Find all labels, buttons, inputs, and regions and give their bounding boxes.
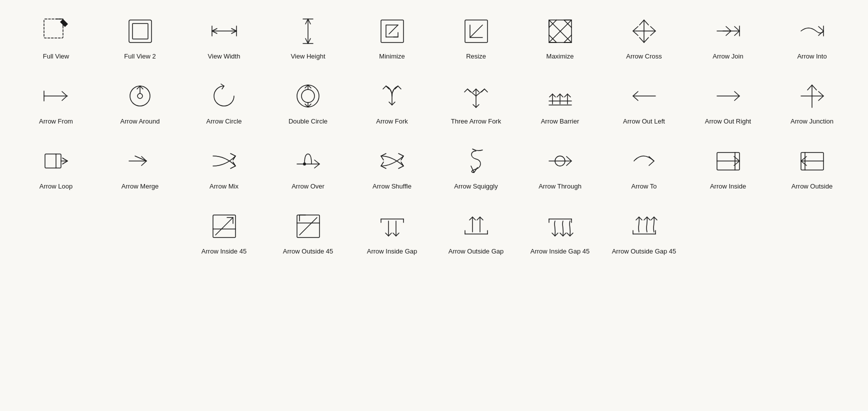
double-circle-icon <box>292 80 324 112</box>
svg-line-61 <box>300 218 317 235</box>
icon-cell-arrow-out-left[interactable]: Arrow Out Left <box>602 75 686 140</box>
svg-rect-42 <box>45 154 61 168</box>
double-circle-label: Double Circle <box>288 118 328 126</box>
arrow-into-icon <box>796 15 828 48</box>
arrow-merge-label: Arrow Merge <box>122 182 158 191</box>
arrow-outside-gap-45-label: Arrow Outside Gap 45 <box>612 248 676 256</box>
minimize-label: Minimize <box>379 52 404 61</box>
arrow-circle-icon <box>208 80 240 112</box>
arrow-from-label: Arrow From <box>39 118 73 126</box>
icon-cell-arrow-out-right[interactable]: Arrow Out Right <box>686 75 770 140</box>
full-view-2-label: Full View 2 <box>124 52 156 61</box>
icon-cell-resize[interactable]: Resize <box>434 10 518 75</box>
full-view-2-icon <box>124 15 156 48</box>
arrow-inside-icon <box>712 145 744 178</box>
icon-cell-arrow-circle[interactable]: Arrow Circle <box>182 75 266 140</box>
resize-icon <box>460 15 492 48</box>
icon-cell-arrow-mix[interactable]: Arrow Mix <box>182 140 266 205</box>
arrow-inside-gap-45-label: Arrow Inside Gap 45 <box>530 248 590 256</box>
arrow-from-icon <box>40 80 72 112</box>
arrow-junction-icon <box>796 80 828 112</box>
arrow-inside-gap-icon <box>376 210 408 242</box>
icon-cell-maximize[interactable]: Maximize <box>518 10 602 75</box>
icon-cell-arrow-outside[interactable]: Arrow Outside <box>770 140 854 205</box>
svg-point-25 <box>138 94 142 98</box>
svg-point-48 <box>303 162 306 166</box>
arrow-mix-label: Arrow Mix <box>210 182 238 191</box>
arrow-inside-gap-45-icon <box>544 210 576 242</box>
icon-cell-full-view-2[interactable]: Full View 2 <box>98 10 182 75</box>
arrow-shuffle-label: Arrow Shuffle <box>372 182 412 191</box>
arrow-outside-gap-45-icon <box>628 210 660 242</box>
arrow-out-left-label: Arrow Out Left <box>623 118 665 126</box>
icon-cell-arrow-squiggly[interactable]: Arrow Squiggly <box>434 140 518 205</box>
icon-cell-arrow-inside-gap-45[interactable]: Arrow Inside Gap 45 <box>518 205 602 270</box>
arrow-inside-label: Arrow Inside <box>710 182 746 191</box>
arrow-join-label: Arrow Join <box>712 52 743 61</box>
arrow-barrier-label: Arrow Barrier <box>541 118 580 126</box>
icon-cell-arrow-over[interactable]: Arrow Over <box>266 140 350 205</box>
arrow-outside-label: Arrow Outside <box>792 182 832 191</box>
arrow-cross-label: Arrow Cross <box>626 52 662 61</box>
icon-grid: Full View Full View 2 View Width <box>14 10 854 270</box>
arrow-out-left-icon <box>628 80 660 112</box>
icon-cell-arrow-join[interactable]: Arrow Join <box>686 10 770 75</box>
icon-cell-arrow-merge[interactable]: Arrow Merge <box>98 140 182 205</box>
svg-rect-2 <box>132 24 148 39</box>
arrow-over-icon <box>292 145 324 178</box>
arrow-to-icon <box>628 145 660 178</box>
icon-cell-minimize[interactable]: Minimize <box>350 10 434 75</box>
arrow-mix-icon <box>208 145 240 178</box>
arrow-fork-label: Arrow Fork <box>376 118 408 126</box>
resize-label: Resize <box>466 52 486 61</box>
icon-cell-arrow-cross[interactable]: Arrow Cross <box>602 10 686 75</box>
full-view-label: Full View <box>43 52 70 61</box>
icon-cell-arrow-outside-gap[interactable]: Arrow Outside Gap <box>434 205 518 270</box>
icon-cell-view-width[interactable]: View Width <box>182 10 266 75</box>
svg-line-46 <box>135 156 146 161</box>
icon-cell-arrow-through[interactable]: Arrow Through <box>518 140 602 205</box>
arrow-around-icon <box>124 80 156 112</box>
maximize-icon <box>544 15 576 48</box>
arrow-to-label: Arrow To <box>631 182 656 191</box>
icon-cell-full-view[interactable]: Full View <box>14 10 98 75</box>
arrow-around-label: Arrow Around <box>120 118 160 126</box>
arrow-cross-icon <box>628 15 660 48</box>
icon-cell-arrow-to[interactable]: Arrow To <box>602 140 686 205</box>
icon-cell-arrow-junction[interactable]: Arrow Junction <box>770 75 854 140</box>
view-height-icon <box>292 15 324 48</box>
icon-cell-arrow-barrier[interactable]: Arrow Barrier <box>518 75 602 140</box>
arrow-into-label: Arrow Into <box>797 52 826 61</box>
view-width-icon <box>208 15 240 48</box>
icon-cell-arrow-shuffle[interactable]: Arrow Shuffle <box>350 140 434 205</box>
icon-cell-view-height[interactable]: View Height <box>266 10 350 75</box>
arrow-junction-label: Arrow Junction <box>790 118 834 126</box>
icon-cell-arrow-around[interactable]: Arrow Around <box>98 75 182 140</box>
icon-cell-arrow-outside-45[interactable]: Arrow Outside 45 <box>266 205 350 270</box>
icon-cell-arrow-from[interactable]: Arrow From <box>14 75 98 140</box>
arrow-outside-gap-label: Arrow Outside Gap <box>448 248 504 256</box>
arrow-out-right-label: Arrow Out Right <box>705 118 751 126</box>
arrow-shuffle-icon <box>376 145 408 178</box>
icon-cell-arrow-fork[interactable]: Arrow Fork <box>350 75 434 140</box>
icon-cell-arrow-outside-gap-45[interactable]: Arrow Outside Gap 45 <box>602 205 686 270</box>
arrow-merge-icon <box>124 145 156 178</box>
arrow-through-label: Arrow Through <box>538 182 582 191</box>
view-height-label: View Height <box>290 52 325 61</box>
arrow-loop-icon <box>40 145 72 178</box>
icon-cell-arrow-into[interactable]: Arrow Into <box>770 10 854 75</box>
arrow-over-label: Arrow Over <box>292 182 324 191</box>
svg-line-12 <box>470 25 482 38</box>
icon-cell-arrow-inside[interactable]: Arrow Inside <box>686 140 770 205</box>
arrow-inside-45-label: Arrow Inside 45 <box>202 248 246 256</box>
icon-cell-arrow-loop[interactable]: Arrow Loop <box>14 140 98 205</box>
arrow-out-right-icon <box>712 80 744 112</box>
arrow-fork-icon <box>376 80 408 112</box>
icon-cell-arrow-inside-gap[interactable]: Arrow Inside Gap <box>350 205 434 270</box>
maximize-label: Maximize <box>546 52 574 61</box>
icon-cell-arrow-inside-45[interactable]: Arrow Inside 45 <box>182 205 266 270</box>
svg-line-58 <box>216 218 233 235</box>
three-arrow-fork-label: Three Arrow Fork <box>451 118 501 126</box>
icon-cell-double-circle[interactable]: Double Circle <box>266 75 350 140</box>
icon-cell-three-arrow-fork[interactable]: Three Arrow Fork <box>434 75 518 140</box>
